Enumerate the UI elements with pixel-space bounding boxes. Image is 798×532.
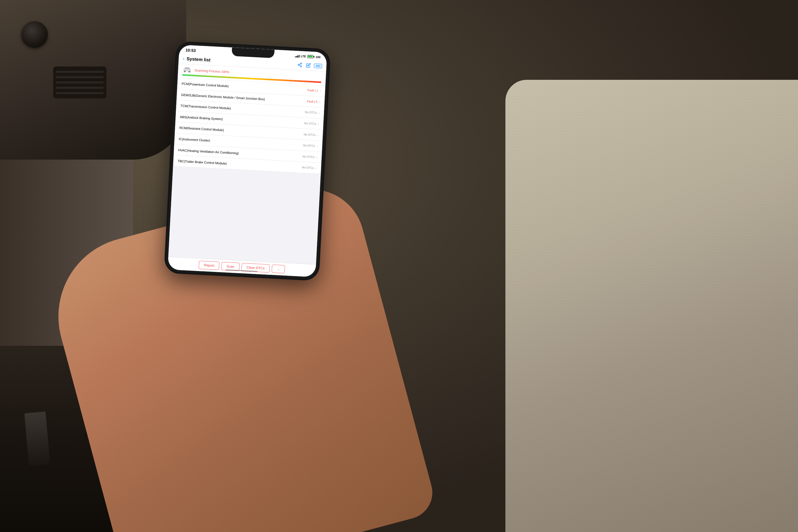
seat-texture — [506, 80, 798, 532]
phone-screen: 10:53 LTE — [168, 45, 327, 277]
no-dtc-label: No DTCs — [304, 121, 317, 125]
battery-body — [307, 55, 314, 58]
list-item-name: HVAC(Heating Ventilation Air Conditionin… — [178, 148, 239, 155]
list-item-name: TCM(Transmission Control Module) — [180, 104, 231, 110]
scan-label: Scanning Process 100% — [194, 68, 229, 74]
phone-body: 10:53 LTE — [165, 41, 331, 280]
back-chevron-icon: ‹ — [183, 56, 185, 61]
svg-rect-11 — [188, 68, 189, 69]
chevron-icon: › — [317, 133, 319, 137]
battery-icon — [307, 55, 315, 58]
no-dtc-label: No DTCs — [304, 133, 316, 136]
list-item-name: IC(Instrument Cluster) — [179, 137, 210, 142]
list-item-right: No DTCs › — [303, 143, 318, 148]
chevron-icon: › — [317, 144, 318, 148]
status-time: 10:53 — [185, 48, 196, 53]
signal-bars — [295, 54, 300, 57]
list-item-right: Fault | 5 › — [307, 99, 320, 104]
status-icons: LTE 100 — [295, 54, 321, 58]
list-item-right: No DTCs › — [302, 154, 318, 159]
share-icon[interactable] — [297, 62, 303, 68]
chevron-icon: › — [316, 166, 317, 170]
brake-pedal — [24, 412, 50, 466]
signal-bar-4 — [299, 55, 300, 57]
chevron-icon: › — [316, 155, 318, 159]
nav-actions: VCI — [297, 62, 322, 69]
signal-bar-3 — [298, 55, 298, 57]
edit-icon[interactable] — [305, 62, 311, 68]
list-item-name: PCM(Powertrain Control Module) — [182, 82, 228, 88]
list-item-right: No DTCs › — [304, 132, 319, 137]
list-item-name: ABS(Antilock Braking System) — [180, 115, 223, 121]
vci-badge: VCI — [314, 63, 322, 68]
no-dtc-label: No DTCs — [305, 111, 317, 114]
list-item-right: No DTCs › — [304, 121, 319, 126]
svg-point-0 — [301, 63, 302, 64]
chevron-icon: › — [320, 89, 321, 93]
chevron-icon: › — [318, 111, 320, 115]
svg-line-3 — [299, 65, 301, 66]
phone-wrapper: 10:53 LTE — [165, 41, 331, 280]
svg-line-4 — [299, 64, 301, 65]
list-item-right: No DTCs › — [305, 110, 320, 115]
report-button[interactable]: Report — [199, 261, 220, 270]
car-dashboard — [0, 0, 186, 159]
car-scan-icon — [182, 67, 192, 73]
signal-bar-1 — [295, 56, 296, 57]
battery-tip — [314, 56, 314, 57]
fault-badge: Fault | 5 — [307, 99, 318, 103]
list-item-name: RCM(Restraint Control Module) — [179, 126, 224, 132]
no-dtc-label: No DTCs — [302, 166, 314, 169]
more-button[interactable]: ... — [271, 264, 285, 273]
system-list: PCM(Powertrain Control Module) Fault | 1… — [168, 78, 325, 264]
no-dtc-label: No DTCs — [303, 144, 315, 147]
list-item-name: GEM/SJB(Generic Electronic Module / Smar… — [181, 93, 265, 101]
no-dtc-label: No DTCs — [302, 155, 315, 158]
chevron-icon: › — [318, 122, 320, 126]
lte-label: LTE — [301, 54, 306, 58]
svg-rect-10 — [185, 68, 187, 69]
chevron-icon: › — [319, 100, 321, 104]
signal-bar-2 — [296, 56, 297, 57]
dash-knob — [21, 21, 48, 48]
back-button[interactable]: ‹ — [183, 56, 185, 61]
app-content: 10:53 LTE — [168, 45, 327, 277]
fault-badge: Fault | 1 — [307, 89, 318, 92]
list-item-right: Fault | 1 › — [307, 88, 321, 93]
list-item-right: No DTCs › — [302, 165, 317, 170]
list-item-name: TBC(Trailer Brake Control Module) — [177, 159, 227, 166]
battery-label: 100 — [316, 55, 321, 58]
dash-vent — [53, 66, 107, 98]
battery-fill — [308, 55, 312, 57]
